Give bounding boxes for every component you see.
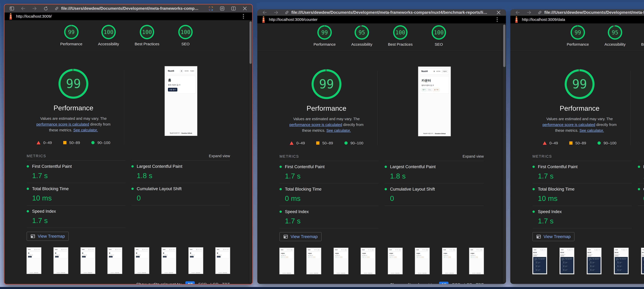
- score-calc-link[interactable]: performance score is calculated: [542, 123, 595, 127]
- metric-tbt: Total Blocking Time10 ms: [532, 183, 632, 206]
- filter-lcp[interactable]: LCP: [464, 283, 472, 284]
- pass-dot-icon: [280, 188, 282, 190]
- sidebar-toggle-icon[interactable]: [9, 6, 14, 11]
- filter-tbt[interactable]: TBT: [476, 283, 484, 284]
- settings-sliders-icon[interactable]: [220, 6, 225, 11]
- score-label: Best Practices: [641, 42, 644, 46]
- back-icon[interactable]: [20, 6, 26, 11]
- see-calculator-link[interactable]: See calculator.: [73, 128, 98, 132]
- back-icon[interactable]: [515, 10, 520, 15]
- filmstrip-thumbnail: Nuxt4 홈데이터카운터 카운터 현재 카운터 값: 0 증가감소초기화 Nu…: [334, 248, 348, 274]
- capture-icon[interactable]: [208, 6, 214, 11]
- score-value: 100: [180, 29, 190, 35]
- lighthouse-report: http://localhost:3009/counter 99 Perform…: [257, 16, 506, 284]
- score-calc-link[interactable]: performance score is calculated: [36, 122, 89, 126]
- pass-circle-icon: [598, 141, 601, 145]
- score-best-practices[interactable]: 100 Best Practices: [641, 25, 644, 46]
- see-calculator-link[interactable]: See calculator.: [326, 128, 351, 133]
- filter-all[interactable]: All: [185, 281, 195, 284]
- tested-url: http://localhost:3009/counter: [269, 17, 318, 22]
- report-scrollbar[interactable]: [250, 21, 252, 283]
- filmstrip-thumbnail: Nuxt4 홈데이터카운터 카운터 현재 카운터 값: 0 증가감소초기화 Nu…: [306, 248, 321, 274]
- split-view-icon[interactable]: [231, 6, 236, 11]
- score-performance[interactable]: 99 Performance: [314, 25, 336, 46]
- metric-lcp: Largest Contentful Paint1.8 s: [638, 161, 644, 183]
- view-treemap-button[interactable]: View Treemap: [280, 232, 322, 241]
- score-seo[interactable]: 100 SEO: [174, 25, 196, 46]
- view-treemap-button[interactable]: View Treemap: [532, 232, 574, 241]
- metric-cls: Cumulative Layout Shift0: [384, 183, 484, 206]
- filmstrip-thumbnail: Nuxt4 홈데이터카운터 데이터 현재 카운터 값: 0 서버 데이터: { …: [614, 248, 628, 274]
- filter-lcp[interactable]: LCP: [210, 282, 218, 284]
- score-accessibility[interactable]: 95 Accessibility: [604, 25, 626, 46]
- scrollbar-thumb[interactable]: [503, 24, 506, 67]
- tested-url: http://localhost:3009/: [16, 14, 52, 18]
- close-window-icon[interactable]: [242, 6, 248, 11]
- filter-fcp[interactable]: FCP: [198, 282, 207, 284]
- report-menu-icon[interactable]: [241, 13, 246, 19]
- score-calc-link[interactable]: performance score is calculated: [290, 123, 342, 127]
- metric-lcp: Largest Contentful Paint1.8 s: [384, 161, 484, 183]
- pass-dot-icon: [384, 188, 387, 190]
- score-seo[interactable]: 100 SEO: [428, 25, 450, 46]
- forward-icon[interactable]: [273, 10, 279, 15]
- forward-icon[interactable]: [32, 6, 37, 11]
- lighthouse-report: http://localhost:3009/data 99 Performanc…: [510, 16, 644, 284]
- pass-circle-icon: [344, 141, 348, 145]
- metrics-section-title: METRICS: [27, 154, 46, 158]
- pass-dot-icon: [532, 211, 535, 213]
- treemap-icon: [536, 234, 541, 239]
- close-window-icon[interactable]: [496, 10, 501, 15]
- address-bar[interactable]: file:///Users/dewdew/Documents/Developme…: [54, 6, 201, 11]
- score-value: 100: [434, 29, 444, 36]
- filmstrip-thumbnail: Nuxt4 홈데이터카운터 카운터 현재 카운터 값: 0 증가감소초기화 Nu…: [442, 248, 457, 274]
- filmstrip-thumbnail: Nuxt4 홈데이터카운터 데이터 현재 카운터 값: 0 서버 데이터: { …: [587, 248, 601, 274]
- category-scores: 99 Performance 95 Accessibility 100 Best…: [510, 23, 644, 50]
- browser-window-counter: file:///Users/dewdew/Documents/Developme…: [257, 9, 506, 284]
- filmstrip-thumbnail: Nuxt4 홈데이터카운터 홈 현재 카운터 값: 0 모달 열기 Nuxt4 …: [108, 248, 122, 274]
- filmstrip-thumbnail: Nuxt4 홈데이터카운터 데이터 현재 카운터 값: 0 서버 데이터: { …: [532, 248, 547, 274]
- scrollbar-thumb[interactable]: [250, 21, 252, 64]
- metric-tbt: Total Blocking Time0 ms: [280, 183, 379, 206]
- tested-url: http://localhost:3009/data: [522, 17, 565, 22]
- address-url: file:///Users/dewdew/Documents/Developme…: [61, 6, 201, 11]
- filmstrip: Nuxt4 홈데이터카운터 홈 현재 카운터 값: 0 모달 열기 Nuxt4 …: [27, 248, 230, 274]
- filter-all[interactable]: All: [439, 282, 448, 284]
- see-calculator-link[interactable]: See calculator.: [580, 128, 604, 133]
- reload-icon[interactable]: [43, 6, 48, 11]
- address-bar[interactable]: file:///Users/dewdew/Documents/Developme…: [538, 10, 644, 15]
- lighthouse-topbar: http://localhost:3009/: [4, 12, 252, 20]
- audits-filter-label: Show audits relevant to:: [390, 283, 435, 284]
- score-performance[interactable]: 99 Performance: [567, 25, 589, 46]
- score-accessibility[interactable]: 95 Accessibility: [351, 25, 373, 46]
- metrics-grid: First Contentful Paint1.7 s Largest Cont…: [532, 161, 644, 228]
- score-legend: 0–49 50–89 90–100: [290, 141, 363, 145]
- back-icon[interactable]: [262, 10, 268, 15]
- address-bar[interactable]: file:///Users/dewdew/Documents/Developme…: [285, 10, 488, 15]
- performance-description: Values are estimated and may vary. The p…: [286, 116, 366, 133]
- filmstrip-thumbnail: Nuxt4 홈데이터카운터 카운터 현재 카운터 값: 0 증가감소초기화 Nu…: [415, 248, 430, 274]
- forward-icon[interactable]: [526, 10, 532, 15]
- report-menu-icon[interactable]: [494, 16, 500, 22]
- filter-fcp[interactable]: FCP: [452, 283, 460, 284]
- view-treemap-button[interactable]: View Treemap: [27, 232, 69, 241]
- expand-view-toggle[interactable]: Expand view: [209, 154, 230, 158]
- category-scores: 99 Performance 100 Accessibility 100 Bes…: [4, 20, 252, 50]
- pass-dot-icon: [27, 210, 29, 212]
- filmstrip: Nuxt4 홈데이터카운터 카운터 현재 카운터 값: 0 증가감소초기화 Nu…: [280, 248, 484, 274]
- filter-tbt[interactable]: TBT: [222, 282, 230, 284]
- category-scores: 99 Performance 95 Accessibility 100 Best…: [257, 23, 506, 50]
- pass-circle-icon: [91, 141, 94, 144]
- metric-lcp: Largest Contentful Paint1.8 s: [132, 160, 230, 183]
- lighthouse-topbar: http://localhost:3009/counter: [257, 16, 506, 23]
- address-url: file:///Users/dewdew/Documents/Developme…: [544, 10, 644, 15]
- score-best-practices[interactable]: 100 Best Practices: [135, 25, 160, 46]
- average-square-icon: [569, 141, 572, 145]
- score-best-practices[interactable]: 100 Best Practices: [388, 25, 413, 46]
- score-accessibility[interactable]: 100 Accessibility: [98, 25, 120, 46]
- metric-speed-index: Speed Index1.7 s: [280, 206, 379, 228]
- desktop-edge: [0, 287, 644, 289]
- report-scrollbar[interactable]: [503, 24, 506, 283]
- expand-view-toggle[interactable]: Expand view: [463, 154, 484, 159]
- score-performance[interactable]: 99 Performance: [60, 25, 82, 46]
